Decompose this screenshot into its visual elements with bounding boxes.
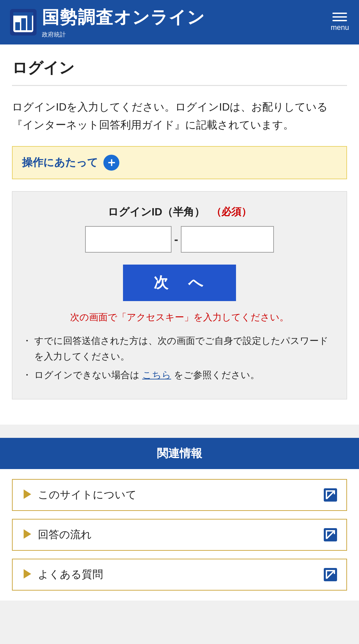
form-label: ログインID（半角） xyxy=(108,205,205,219)
main-content: ログイン ログインIDを入力してください。ログインIDは、お配りしている『インタ… xyxy=(0,44,359,425)
logo-icon xyxy=(10,9,37,36)
required-badge: （必須） xyxy=(211,205,251,219)
notice-link[interactable]: 操作にあたって xyxy=(22,155,98,170)
bullet-2-prefix: ログインできない場合は xyxy=(34,370,140,380)
notice-box[interactable]: 操作にあたって ＋ xyxy=(12,146,347,179)
page-title: ログイン xyxy=(12,58,347,86)
plus-icon: ＋ xyxy=(103,155,119,171)
logo-text-block: 国勢調査オンライン 政府統計 xyxy=(42,6,205,39)
svg-rect-2 xyxy=(15,22,20,30)
external-link-icon-about xyxy=(324,488,337,502)
related-header: 関連情報 xyxy=(0,438,359,469)
bullet-2-suffix: をご参照ください。 xyxy=(174,370,260,380)
related-links: ▶ このサイトについて ▶ 回答の流れ ▶ よくある質問 xyxy=(0,469,359,601)
form-label-row: ログインID（半角） （必須） xyxy=(22,205,337,219)
hamburger-icon xyxy=(332,13,347,21)
svg-rect-5 xyxy=(13,12,33,16)
bullet-item-2: ログインできない場合は こちら をご参照ください。 xyxy=(22,367,337,383)
arrow-icon-flow: ▶ xyxy=(22,527,33,542)
form-box: ログインID（半角） （必須） - 次 へ 次の画面で「アクセスキー」を入力して… xyxy=(12,191,347,399)
header-logo: 国勢調査オンライン 政府統計 xyxy=(10,6,205,39)
login-id-first-input[interactable] xyxy=(85,226,172,253)
gov-label: 政府統計 xyxy=(42,31,205,39)
related-link-faq-text: よくある質問 xyxy=(38,567,318,582)
svg-rect-3 xyxy=(21,18,26,30)
menu-button[interactable]: menu xyxy=(331,13,349,32)
site-title: 国勢調査オンライン xyxy=(42,6,205,29)
related-link-about-text: このサイトについて xyxy=(38,488,318,502)
related-link-faq[interactable]: ▶ よくある質問 xyxy=(12,559,347,591)
site-header: 国勢調査オンライン 政府統計 menu xyxy=(0,0,359,44)
external-link-icon-faq xyxy=(324,568,337,581)
login-id-second-input[interactable] xyxy=(181,226,274,253)
next-button[interactable]: 次 へ xyxy=(123,265,236,301)
arrow-icon-faq: ▶ xyxy=(22,567,33,582)
svg-rect-4 xyxy=(27,15,32,30)
description-text: ログインIDを入力してください。ログインIDは、お配りしている『インターネット回… xyxy=(12,98,347,134)
arrow-icon-about: ▶ xyxy=(22,488,33,502)
bullet-item-1: すでに回答送信された方は、次の画面でご自身で設定したパスワードを入力してください… xyxy=(22,333,337,364)
external-link-icon-flow xyxy=(324,528,337,541)
related-link-about[interactable]: ▶ このサイトについて xyxy=(12,479,347,511)
related-section: 関連情報 ▶ このサイトについて ▶ 回答の流れ ▶ よくある質問 xyxy=(0,438,359,601)
access-key-notice: 次の画面で「アクセスキー」を入力してください。 xyxy=(22,311,337,324)
login-help-link[interactable]: こちら xyxy=(142,370,171,380)
menu-label: menu xyxy=(331,23,349,32)
input-row: - xyxy=(22,226,337,253)
related-link-flow[interactable]: ▶ 回答の流れ xyxy=(12,519,347,551)
separator: - xyxy=(174,232,178,246)
related-link-flow-text: 回答の流れ xyxy=(38,527,318,542)
bullet-list: すでに回答送信された方は、次の画面でご自身で設定したパスワードを入力してください… xyxy=(22,333,337,383)
